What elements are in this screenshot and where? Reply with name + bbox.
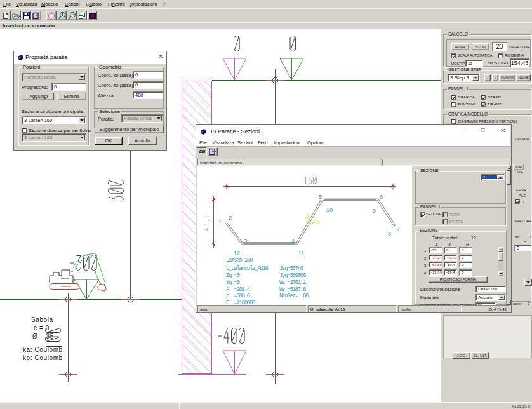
svg-text:8: 8 <box>388 231 391 237</box>
svg-text:Larsen 160: Larsen 160 <box>226 257 253 264</box>
svg-text:NroSez= .66: NroSez= .66 <box>279 293 309 299</box>
svg-text:4: 4 <box>291 238 295 245</box>
svg-text:5: 5 <box>319 194 322 200</box>
svg-text:Sabbia: Sabbia <box>31 316 53 323</box>
svg-text:E =2100000: E =2100000 <box>226 300 255 305</box>
svg-text:p =388.6: p =388.6 <box>226 293 250 299</box>
svg-text:kp: Coulomb: kp: Coulomb <box>23 354 63 361</box>
svg-text:Jyg=389006: Jyg=389006 <box>279 272 306 279</box>
svg-text:Yg =0: Yg =0 <box>226 279 239 286</box>
svg-text:1: 1 <box>218 219 222 225</box>
svg-text:6: 6 <box>380 194 383 200</box>
svg-text:U_palancola_AU16: U_palancola_AU16 <box>226 265 269 272</box>
svg-text:11: 11 <box>298 250 304 257</box>
svg-text:Jzg=56740: Jzg=56740 <box>279 265 303 272</box>
svg-text:Wy =5187.8: Wy =5187.8 <box>279 286 306 293</box>
svg-text:3: 3 <box>244 238 247 245</box>
svg-text:A =201.4: A =201.4 <box>226 286 250 293</box>
svg-text:Zg =0: Zg =0 <box>226 272 239 279</box>
svg-text:7: 7 <box>397 225 400 232</box>
svg-text:9: 9 <box>373 208 376 214</box>
svg-text:ka: Coulomb: ka: Coulomb <box>23 346 63 353</box>
svg-text:2: 2 <box>229 215 232 221</box>
svg-text:Wz =2761.1: Wz =2761.1 <box>279 279 306 286</box>
svg-text:10: 10 <box>326 207 333 213</box>
svg-text:12: 12 <box>234 250 240 257</box>
